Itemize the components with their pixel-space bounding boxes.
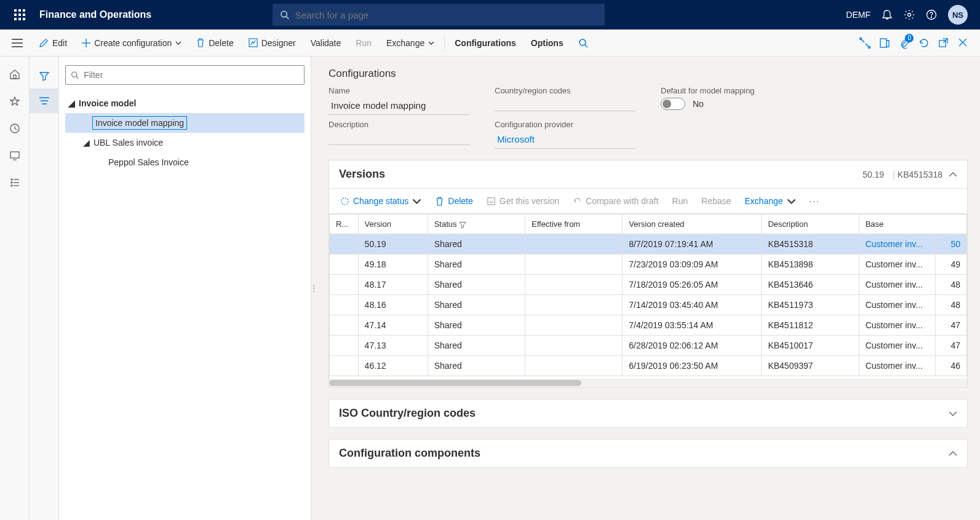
more-actions-button[interactable]: ··· <box>805 194 826 208</box>
search-command-button[interactable] <box>571 30 596 57</box>
caret-down-icon: ◢ <box>80 138 92 148</box>
version-delete-label: Delete <box>448 196 472 206</box>
workspace-icon[interactable] <box>9 150 20 161</box>
description-value[interactable] <box>329 132 470 145</box>
iso-card: ISO Country/region codes <box>329 399 968 428</box>
nav-toggle-icon[interactable] <box>2 39 32 47</box>
svg-rect-6 <box>14 18 17 20</box>
horizontal-scrollbar[interactable] <box>329 379 967 387</box>
compare-draft-label: Compare with draft <box>586 196 658 206</box>
designer-button[interactable]: Designer <box>241 30 303 57</box>
col-version[interactable]: Version <box>358 215 428 234</box>
table-row[interactable]: 49.18Shared7/23/2019 03:09:09 AMKB451389… <box>330 254 967 275</box>
versions-header[interactable]: Versions 50.19 | KB4515318 <box>329 160 967 189</box>
rebase-button: Rebase <box>696 194 736 208</box>
svg-rect-1 <box>18 9 21 12</box>
recent-icon[interactable] <box>9 123 20 134</box>
col-created[interactable]: Version created <box>623 215 762 234</box>
exchange-button[interactable]: Exchange <box>379 30 442 57</box>
options-tab[interactable]: Options <box>524 30 571 57</box>
company-code[interactable]: DEMF <box>846 10 870 20</box>
provider-value[interactable]: Microsoft <box>495 132 636 149</box>
tree-label: Peppol Sales Invoice <box>107 157 189 167</box>
configurations-tab[interactable]: Configurations <box>447 30 524 57</box>
close-icon[interactable] <box>958 37 969 49</box>
tree-filter-input[interactable] <box>84 70 299 80</box>
col-description[interactable]: Description <box>762 215 859 234</box>
tree-node-peppol-sales-invoice[interactable]: Peppol Sales Invoice <box>65 152 305 172</box>
svg-line-21 <box>585 45 588 47</box>
versions-summary-version: 50.19 <box>862 170 884 179</box>
table-row[interactable]: 48.16Shared7/14/2019 03:45:40 AMKB451197… <box>330 295 967 315</box>
download-icon <box>487 197 496 206</box>
svg-rect-24 <box>880 39 886 47</box>
get-version-label: Get this version <box>500 196 559 206</box>
svg-line-10 <box>286 17 289 19</box>
svg-rect-5 <box>23 14 25 16</box>
tree-node-invoice-model[interactable]: ◢ Invoice model <box>65 93 305 113</box>
components-header[interactable]: Configuration components <box>329 439 967 467</box>
version-delete-button[interactable]: Delete <box>430 194 477 208</box>
create-configuration-button[interactable]: Create configuration <box>74 30 189 57</box>
trash-icon <box>196 38 205 47</box>
tree-filter[interactable] <box>65 65 305 85</box>
table-row[interactable]: 50.19Shared8/7/2019 07:19:41 AMKB4515318… <box>330 234 967 254</box>
refresh-icon[interactable] <box>918 37 930 49</box>
tree-node-invoice-model-mapping[interactable]: Invoice model mapping <box>65 113 305 133</box>
default-toggle[interactable] <box>661 98 685 110</box>
search-icon <box>280 10 289 20</box>
col-r[interactable]: R... <box>330 215 359 234</box>
provider-label: Configuration provider <box>495 120 636 129</box>
versions-toolbar: Change status Delete Get this version Co… <box>329 189 967 214</box>
svg-point-32 <box>11 179 12 180</box>
notification-icon[interactable] <box>882 9 893 20</box>
validate-button[interactable]: Validate <box>303 30 349 57</box>
user-avatar[interactable]: NS <box>948 5 968 25</box>
tree-pane: ◢ Invoice model Invoice model mapping ◢ … <box>59 57 311 520</box>
table-row[interactable]: 47.13Shared6/28/2019 02:06:12 AMKB451001… <box>330 336 967 356</box>
global-search[interactable] <box>273 4 605 26</box>
table-row[interactable]: 46.12Shared6/19/2019 06:23:50 AMKB450939… <box>330 356 967 376</box>
app-launcher-icon[interactable] <box>5 9 34 20</box>
home-icon[interactable] <box>9 69 20 80</box>
pane-splitter[interactable]: ⋮ <box>311 57 316 520</box>
pencil-icon <box>39 38 49 47</box>
version-run-button: Run <box>667 194 693 208</box>
filter-funnel-icon[interactable] <box>30 64 59 89</box>
settings-icon[interactable] <box>904 9 915 20</box>
edit-button[interactable]: Edit <box>32 30 74 57</box>
name-value[interactable]: Invoice model mapping <box>329 98 470 115</box>
help-icon[interactable] <box>926 9 937 20</box>
modules-icon[interactable] <box>9 177 20 188</box>
global-search-input[interactable] <box>295 10 597 20</box>
filter-list-icon[interactable] <box>30 89 59 113</box>
country-value[interactable] <box>495 98 636 111</box>
attachments-icon[interactable]: 0 <box>899 37 910 49</box>
components-title: Configuration components <box>339 447 949 460</box>
delete-button[interactable]: Delete <box>189 30 241 57</box>
svg-rect-3 <box>14 14 17 16</box>
col-status[interactable]: Status <box>428 215 525 234</box>
col-effective[interactable]: Effective from <box>525 215 622 234</box>
svg-rect-8 <box>23 18 25 20</box>
components-card: Configuration components <box>329 439 968 468</box>
compare-draft-button: Compare with draft <box>568 194 663 208</box>
details-pane: Configurations Name Invoice model mappin… <box>316 57 980 520</box>
office-icon[interactable] <box>879 37 890 49</box>
table-row[interactable]: 47.14Shared7/4/2019 03:55:14 AMKB4511812… <box>330 315 967 336</box>
favorites-icon[interactable] <box>9 96 20 107</box>
svg-rect-0 <box>14 9 17 12</box>
tree-node-ubl-sales-invoice[interactable]: ◢ UBL Sales invoice <box>65 133 305 152</box>
default-value: No <box>693 99 704 109</box>
product-title: Finance and Operations <box>39 9 151 20</box>
col-base[interactable]: Base <box>859 215 966 234</box>
popout-icon[interactable] <box>938 37 949 49</box>
table-row[interactable]: 48.17Shared7/18/2019 05:26:05 AMKB451364… <box>330 275 967 295</box>
run-button: Run <box>348 30 379 57</box>
related-icon[interactable] <box>859 37 870 49</box>
version-exchange-button[interactable]: Exchange <box>739 194 800 208</box>
change-status-button[interactable]: Change status <box>335 194 426 208</box>
chevron-down-icon <box>787 197 796 206</box>
iso-header[interactable]: ISO Country/region codes <box>329 400 967 427</box>
tree-label: Invoice model <box>78 98 136 108</box>
